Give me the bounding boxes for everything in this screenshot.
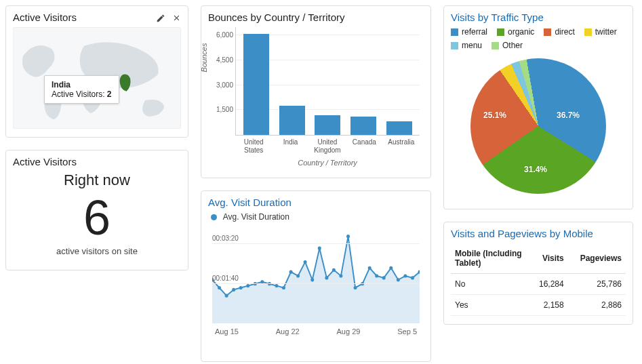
traffic-pie-chart[interactable]: 36.7%31.4%25.1% <box>470 58 606 194</box>
svg-point-4 <box>239 286 243 289</box>
card-title: Active Visitors <box>13 156 181 167</box>
svg-point-3 <box>232 288 235 291</box>
svg-point-27 <box>403 274 407 277</box>
svg-point-16 <box>325 276 328 279</box>
pie-legend: referralorganicdirecttwittermenuOther <box>451 27 626 50</box>
legend-dot-icon <box>211 214 217 220</box>
legend-swatch-icon <box>491 42 499 49</box>
world-map[interactable]: India Active Visitors: 2 <box>13 27 181 129</box>
svg-point-9 <box>275 284 278 287</box>
x-tick: Aug 22 <box>276 327 300 336</box>
legend-item[interactable]: menu <box>451 41 482 50</box>
legend-swatch-icon <box>497 28 504 36</box>
card-title: Avg. Visit Duration <box>208 197 424 208</box>
bar[interactable] <box>386 121 412 135</box>
right-now-header: Right now <box>13 171 181 189</box>
slice-label: 25.1% <box>483 110 506 120</box>
table-header: Pageviews <box>568 243 626 274</box>
y-tick: 00:03:20 <box>212 235 239 242</box>
legend-swatch-icon <box>584 28 592 36</box>
svg-point-14 <box>310 278 314 281</box>
legend-swatch-icon <box>451 42 458 49</box>
edit-icon[interactable] <box>156 14 165 25</box>
map-tooltip: India Active Visitors: 2 <box>44 75 119 104</box>
close-icon[interactable] <box>172 14 181 25</box>
slice-label: 36.7% <box>557 110 580 120</box>
svg-point-23 <box>375 274 378 277</box>
card-title: Visits by Traffic Type <box>451 12 626 23</box>
table-cell: 25,786 <box>568 274 626 295</box>
legend-label: Avg. Visit Duration <box>223 212 289 222</box>
legend-item[interactable]: organic <box>497 27 534 37</box>
legend-item[interactable]: Other <box>491 41 523 50</box>
category-label: Canada <box>347 138 381 155</box>
card-title: Active Visitors <box>13 12 77 23</box>
svg-point-19 <box>346 235 350 238</box>
category-label: Australia <box>384 138 418 155</box>
right-now-sub: active visitors on site <box>13 246 181 256</box>
table-cell: 16,284 <box>529 274 568 295</box>
right-now-value: 6 <box>13 193 181 242</box>
svg-point-22 <box>368 266 372 270</box>
bounces-card: Bounces by Country / Territory Bounces 1… <box>201 5 431 178</box>
card-title: Bounces by Country / Territory <box>208 12 424 23</box>
avg-duration-chart[interactable]: 00:01:4000:03:20 Aug 15Aug 22Aug 29Sep 5 <box>208 224 424 353</box>
mobile-table: Mobile (Including Tablet)VisitsPageviews… <box>451 243 626 316</box>
category-label: United States <box>237 138 270 155</box>
table-row: Yes2,1582,886 <box>451 295 626 316</box>
y-axis-label: Bounces <box>200 17 208 98</box>
x-axis-label: Country / Territory <box>235 159 420 167</box>
svg-point-18 <box>339 274 342 277</box>
svg-point-11 <box>289 270 293 274</box>
svg-point-25 <box>389 266 393 270</box>
legend-item[interactable]: referral <box>451 27 487 37</box>
svg-point-10 <box>282 286 285 289</box>
table-header: Visits <box>529 243 568 274</box>
active-visitors-now-card: Active Visitors Right now 6 active visit… <box>5 150 188 270</box>
y-tick: 6,000 <box>213 31 233 39</box>
legend-label: direct <box>555 27 574 37</box>
bar[interactable] <box>315 115 340 135</box>
bar[interactable] <box>279 106 305 135</box>
legend-swatch-icon <box>451 28 458 36</box>
bounces-chart[interactable]: Bounces 1,5003,0004,5006,000 United Stat… <box>208 27 424 169</box>
y-tick: 00:01:40 <box>212 275 239 282</box>
tooltip-country: India <box>52 80 71 89</box>
x-tick: Aug 29 <box>337 327 361 336</box>
tooltip-value: 2 <box>107 89 112 99</box>
y-tick: 3,000 <box>213 81 233 89</box>
legend-item[interactable]: direct <box>544 27 574 37</box>
legend-label: menu <box>462 41 482 50</box>
bar[interactable] <box>350 117 376 135</box>
table-header: Mobile (Including Tablet) <box>451 243 529 274</box>
legend-item[interactable]: twitter <box>584 27 617 37</box>
svg-point-24 <box>382 276 386 279</box>
tooltip-label: Active Visitors: <box>52 89 104 99</box>
slice-label: 31.4% <box>524 165 547 174</box>
table-cell: 2,886 <box>568 295 626 316</box>
card-title: Visits and Pageviews by Mobile <box>451 228 626 239</box>
active-visitors-map-card: Active Visitors <box>5 5 188 138</box>
mobile-card: Visits and Pageviews by Mobile Mobile (I… <box>443 222 633 325</box>
svg-point-5 <box>246 284 249 287</box>
svg-point-12 <box>296 274 300 277</box>
traffic-type-card: Visits by Traffic Type referralorganicdi… <box>443 5 633 209</box>
avg-duration-card: Avg. Visit Duration Avg. Visit Duration … <box>201 190 431 362</box>
svg-point-28 <box>411 276 414 279</box>
x-tick: Sep 5 <box>397 327 417 336</box>
x-tick: Aug 15 <box>215 327 239 336</box>
category-label: India <box>274 138 308 155</box>
table-cell: Yes <box>451 295 529 316</box>
bar[interactable] <box>243 34 269 135</box>
legend-label: organic <box>508 27 534 37</box>
svg-point-15 <box>318 247 321 250</box>
legend-label: referral <box>462 27 487 37</box>
svg-point-17 <box>332 268 336 272</box>
y-tick: 4,500 <box>213 56 233 64</box>
legend-swatch-icon <box>544 28 551 36</box>
legend-label: Other <box>502 41 523 50</box>
svg-point-13 <box>304 260 307 264</box>
svg-point-2 <box>225 294 228 298</box>
category-label: United Kingdom <box>310 138 344 155</box>
y-tick: 1,500 <box>213 106 233 113</box>
